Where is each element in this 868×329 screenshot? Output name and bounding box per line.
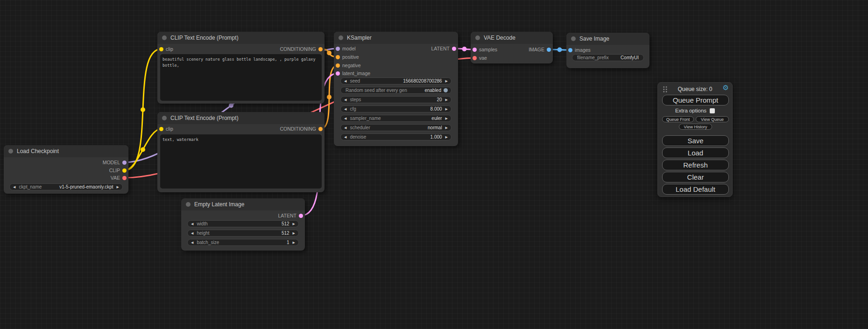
decrement-arrow-icon[interactable]: ◀	[191, 241, 193, 244]
node-title-bar[interactable]: Load Checkpoint	[4, 145, 128, 157]
input-slot-positive[interactable]	[336, 55, 340, 59]
node-ksampler[interactable]: KSampler model positive negative latent_…	[334, 32, 458, 146]
decrement-arrow-icon[interactable]: ◀	[344, 117, 346, 120]
decrement-arrow-icon[interactable]: ◀	[344, 107, 346, 111]
output-slot-vae[interactable]	[122, 176, 127, 180]
widget-batch-size[interactable]: ◀ batch_size 1 ▶	[187, 239, 299, 246]
input-slot-samples[interactable]	[473, 48, 477, 52]
node-clip-text-encode-negative[interactable]: CLIP Text Encode (Prompt) clip CONDITION…	[157, 112, 325, 192]
increment-arrow-icon[interactable]: ▶	[117, 185, 119, 189]
output-label-model: MODEL	[103, 160, 120, 165]
view-history-button[interactable]: View History	[679, 124, 712, 130]
widget-height[interactable]: ◀ height 512 ▶	[187, 230, 299, 237]
save-button[interactable]: Save	[662, 135, 729, 146]
output-slot-image[interactable]	[547, 48, 551, 52]
node-graph-canvas[interactable]: Load Checkpoint MODEL CLIP VAE ◀ ckpt_na…	[0, 0, 868, 329]
widget-steps[interactable]: ◀ steps 20 ▶	[340, 96, 452, 103]
decrement-arrow-icon[interactable]: ◀	[13, 185, 15, 189]
widget-value: v1-5-pruned-emaonly.ckpt	[59, 184, 113, 189]
input-slot-vae[interactable]	[473, 56, 477, 60]
input-slot-clip[interactable]	[159, 127, 163, 131]
widget-ckpt-name[interactable]: ◀ ckpt_name v1-5-pruned-emaonly.ckpt ▶	[9, 183, 123, 190]
widget-label: scheduler	[350, 125, 370, 130]
node-title-bar[interactable]: CLIP Text Encode (Prompt)	[157, 112, 325, 124]
widget-value: 1	[287, 240, 289, 245]
load-button[interactable]: Load	[662, 147, 729, 158]
node-clip-text-encode-positive[interactable]: CLIP Text Encode (Prompt) clip CONDITION…	[157, 32, 325, 104]
widget-sampler-name[interactable]: ◀ sampler_name euler ▶	[340, 115, 452, 122]
refresh-button[interactable]: Refresh	[662, 160, 729, 170]
collapse-dot-icon[interactable]	[162, 116, 167, 120]
node-vae-decode[interactable]: VAE Decode samples vae IMAGE	[471, 32, 553, 63]
node-title-bar[interactable]: CLIP Text Encode (Prompt)	[157, 32, 325, 44]
output-slot-model[interactable]	[122, 161, 127, 165]
decrement-arrow-icon[interactable]: ◀	[344, 126, 346, 129]
input-label-latent-image: latent_image	[342, 70, 370, 76]
widget-label: seed	[350, 78, 360, 84]
settings-gear-icon[interactable]: ⚙	[723, 84, 729, 92]
view-queue-button[interactable]: View Queue	[696, 116, 729, 122]
increment-arrow-icon[interactable]: ▶	[445, 107, 448, 111]
widget-value: 1.000	[430, 134, 442, 140]
output-slot-clip[interactable]	[122, 168, 127, 173]
node-title-bar[interactable]: Save Image	[566, 33, 649, 45]
input-label-images: images	[575, 47, 591, 53]
input-slot-images[interactable]	[568, 48, 572, 52]
decrement-arrow-icon[interactable]: ◀	[344, 135, 346, 139]
prompt-textarea[interactable]: beautiful scenery nature glass bottle la…	[160, 54, 322, 101]
load-default-button[interactable]: Load Default	[662, 184, 729, 195]
input-slot-clip[interactable]	[159, 47, 163, 51]
input-slot-model[interactable]	[336, 47, 340, 51]
output-slot-conditioning[interactable]	[318, 47, 323, 51]
node-load-checkpoint[interactable]: Load Checkpoint MODEL CLIP VAE ◀ ckpt_na…	[4, 145, 128, 194]
collapse-dot-icon[interactable]	[8, 149, 13, 154]
extra-options-label: Extra options	[675, 108, 706, 113]
widget-width[interactable]: ◀ width 512 ▶	[187, 220, 299, 227]
increment-arrow-icon[interactable]: ▶	[445, 98, 448, 101]
prompt-textarea[interactable]: text, watermark	[160, 134, 322, 189]
collapse-dot-icon[interactable]	[339, 35, 343, 40]
decrement-arrow-icon[interactable]: ◀	[344, 98, 346, 101]
queue-front-button[interactable]: Queue Front	[662, 116, 694, 122]
input-label-model: model	[342, 46, 356, 51]
widget-label: width	[197, 221, 207, 226]
increment-arrow-icon[interactable]: ▶	[445, 135, 448, 139]
input-slot-negative[interactable]	[336, 63, 340, 68]
collapse-dot-icon[interactable]	[186, 202, 191, 207]
widget-seed[interactable]: ◀ seed 156680208700286 ▶	[340, 77, 452, 84]
decrement-arrow-icon[interactable]: ◀	[344, 79, 346, 83]
increment-arrow-icon[interactable]: ▶	[293, 231, 295, 235]
increment-arrow-icon[interactable]: ▶	[445, 79, 448, 83]
node-title-bar[interactable]: VAE Decode	[471, 32, 553, 44]
increment-arrow-icon[interactable]: ▶	[445, 117, 448, 120]
widget-label: height	[197, 231, 209, 236]
input-label-clip: clip	[166, 126, 173, 132]
collapse-dot-icon[interactable]	[475, 35, 480, 40]
node-save-image[interactable]: Save Image images filename_prefix ComfyU…	[566, 33, 649, 68]
collapse-dot-icon[interactable]	[571, 36, 576, 41]
input-label-samples: samples	[479, 47, 497, 52]
collapse-dot-icon[interactable]	[162, 35, 167, 40]
node-title-bar[interactable]: KSampler	[334, 32, 458, 44]
output-slot-conditioning[interactable]	[318, 127, 323, 131]
toggle-indicator-icon[interactable]	[444, 88, 448, 92]
widget-random-seed-toggle[interactable]: Random seed after every gen enabled	[340, 87, 452, 94]
decrement-arrow-icon[interactable]: ◀	[191, 231, 193, 235]
input-slot-latent-image[interactable]	[336, 71, 340, 76]
output-slot-latent[interactable]	[299, 214, 303, 218]
output-slot-latent[interactable]	[452, 47, 456, 51]
node-empty-latent-image[interactable]: Empty Latent Image LATENT ◀ width 512 ▶ …	[181, 198, 305, 251]
queue-prompt-button[interactable]: Queue Prompt	[662, 95, 729, 105]
increment-arrow-icon[interactable]: ▶	[293, 241, 295, 244]
widget-cfg[interactable]: ◀ cfg 8.000 ▶	[340, 105, 452, 112]
node-title-bar[interactable]: Empty Latent Image	[181, 198, 305, 210]
widget-filename-prefix[interactable]: filename_prefix ComfyUI	[572, 54, 644, 61]
widget-scheduler[interactable]: ◀ scheduler normal ▶	[340, 124, 452, 131]
decrement-arrow-icon[interactable]: ◀	[191, 222, 193, 225]
increment-arrow-icon[interactable]: ▶	[445, 126, 448, 129]
widget-denoise[interactable]: ◀ denoise 1.000 ▶	[340, 133, 452, 140]
widget-label: Random seed after every gen	[346, 88, 407, 93]
extra-options-checkbox[interactable]	[710, 108, 715, 113]
increment-arrow-icon[interactable]: ▶	[293, 222, 295, 225]
clear-button[interactable]: Clear	[662, 172, 729, 182]
